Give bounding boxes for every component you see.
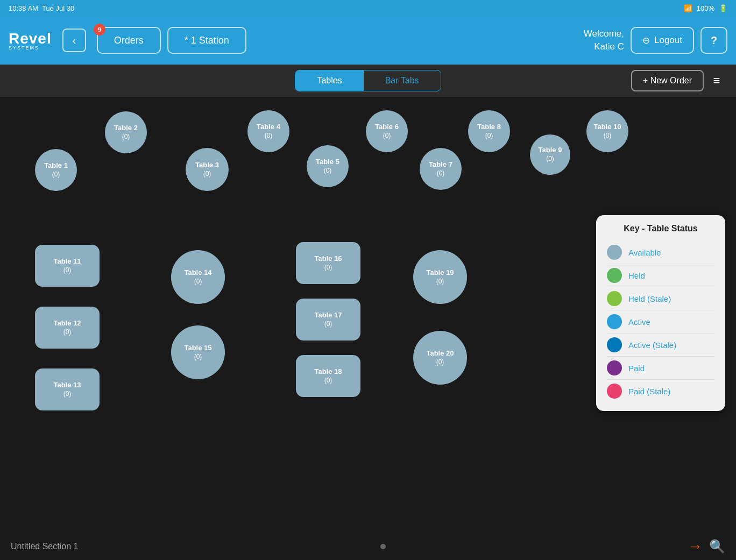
- key-dot: [607, 314, 622, 329]
- key-item: Held: [607, 264, 714, 287]
- key-label: Paid (Stale): [628, 387, 670, 396]
- table-item[interactable]: Table 10(0): [586, 110, 628, 152]
- key-dot: [607, 291, 622, 306]
- table-item[interactable]: Table 1(0): [35, 149, 77, 191]
- table-item[interactable]: Table 14(0): [171, 250, 225, 304]
- table-item[interactable]: Table 12(0): [35, 307, 100, 349]
- table-item[interactable]: Table 13(0): [35, 368, 100, 410]
- key-label: Held: [628, 271, 645, 280]
- bottom-center: [78, 544, 688, 549]
- status-bar: 10:38 AM Tue Jul 30 📶 100% 🔋: [0, 0, 736, 16]
- table-item[interactable]: Table 7(0): [420, 148, 462, 190]
- main-canvas: Key - Table Status Available Held Held (…: [0, 97, 736, 560]
- key-dot: [607, 245, 622, 260]
- orders-button[interactable]: 9 Orders: [97, 27, 161, 54]
- table-item[interactable]: Table 8(0): [468, 110, 510, 152]
- table-item[interactable]: Table 16(0): [296, 242, 360, 284]
- table-item[interactable]: Table 4(0): [247, 110, 289, 152]
- logout-button[interactable]: ⊖ Logout: [631, 27, 694, 54]
- key-item: Active (Stale): [607, 333, 714, 356]
- welcome-text: Welcome, Katie C: [584, 27, 624, 53]
- key-item: Available: [607, 241, 714, 264]
- orders-badge: 9: [94, 24, 105, 36]
- bottom-right: → 🔍: [688, 538, 725, 555]
- status-right: 📶 100% 🔋: [684, 4, 727, 12]
- tab-bar-tabs[interactable]: Bar Tabs: [364, 70, 441, 91]
- table-item[interactable]: Table 2(0): [105, 111, 147, 153]
- section-label: Untitled Section 1: [11, 542, 78, 551]
- key-dot: [607, 337, 622, 352]
- battery-label: 100%: [697, 4, 714, 12]
- back-button[interactable]: ‹: [62, 29, 86, 52]
- table-item[interactable]: Table 3(0): [186, 148, 229, 191]
- key-label: Available: [628, 248, 661, 257]
- key-panel: Key - Table Status Available Held Held (…: [596, 215, 725, 411]
- tab-tables[interactable]: Tables: [295, 70, 363, 91]
- table-item[interactable]: Table 19(0): [413, 250, 467, 304]
- key-label: Paid: [628, 364, 645, 373]
- key-dot: [607, 360, 622, 375]
- arrow-right-icon: →: [688, 538, 703, 555]
- key-dot: [607, 268, 622, 283]
- key-label: Held (Stale): [628, 294, 671, 303]
- table-item[interactable]: Table 18(0): [296, 355, 360, 397]
- table-item[interactable]: Table 20(0): [413, 331, 467, 385]
- table-item[interactable]: Table 11(0): [35, 245, 100, 287]
- header: Revel SYSTEMS ‹ 9 Orders * 1 Station Wel…: [0, 16, 736, 65]
- battery-icon: 🔋: [719, 4, 727, 12]
- key-item: Active: [607, 310, 714, 333]
- logout-icon: ⊖: [642, 35, 650, 46]
- station-button[interactable]: * 1 Station: [167, 27, 246, 54]
- table-item[interactable]: Table 5(0): [307, 145, 349, 187]
- status-time: 10:38 AM Tue Jul 30: [9, 4, 74, 12]
- chevron-left-icon: ‹: [72, 34, 76, 47]
- search-icon[interactable]: 🔍: [709, 539, 725, 554]
- table-item[interactable]: Table 9(0): [530, 134, 570, 175]
- key-label: Active: [628, 317, 650, 327]
- table-item[interactable]: Table 15(0): [171, 325, 225, 379]
- toolbar: Tables Bar Tabs + New Order ≡: [0, 65, 736, 97]
- key-item: Held (Stale): [607, 287, 714, 310]
- key-title: Key - Table Status: [607, 224, 714, 233]
- new-order-button[interactable]: + New Order: [631, 70, 704, 91]
- key-label: Active (Stale): [628, 341, 676, 350]
- help-button[interactable]: ?: [700, 27, 727, 54]
- table-item[interactable]: Table 6(0): [366, 110, 408, 152]
- key-item: Paid (Stale): [607, 379, 714, 402]
- list-icon: ≡: [713, 74, 720, 88]
- key-dot: [607, 384, 622, 399]
- list-icon-button[interactable]: ≡: [706, 70, 727, 91]
- tab-group: Tables Bar Tabs: [295, 70, 441, 91]
- bottom-bar: Untitled Section 1 → 🔍: [0, 533, 736, 560]
- logo-area: Revel SYSTEMS: [9, 30, 52, 51]
- key-item: Paid: [607, 356, 714, 379]
- key-items: Available Held Held (Stale) Active Activ…: [607, 241, 714, 402]
- wifi-icon: 📶: [684, 4, 692, 12]
- page-indicator: [380, 544, 386, 549]
- table-item[interactable]: Table 17(0): [296, 299, 360, 341]
